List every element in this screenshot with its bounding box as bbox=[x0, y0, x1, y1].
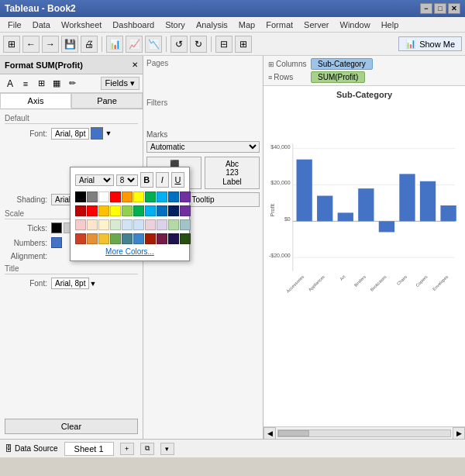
svg-text:Binders: Binders bbox=[353, 274, 367, 288]
popup-size-select[interactable]: 8 bbox=[116, 174, 138, 186]
menu-map[interactable]: Map bbox=[234, 19, 260, 31]
color-amber[interactable] bbox=[98, 205, 109, 216]
maximize-button[interactable]: □ bbox=[434, 3, 446, 14]
scroll-thumb[interactable] bbox=[278, 430, 309, 436]
filters-label: Filters bbox=[146, 98, 260, 107]
fields-button[interactable]: Fields ▾ bbox=[101, 77, 140, 90]
toolbar-group-btn[interactable]: ⊞ bbox=[235, 36, 252, 53]
show-me-button[interactable]: 📊 Show Me bbox=[398, 36, 462, 51]
color-yellow2[interactable] bbox=[110, 205, 121, 216]
color-pink-light[interactable] bbox=[75, 219, 86, 230]
bold-button[interactable]: B bbox=[140, 172, 143, 188]
toolbar-chart-btn[interactable]: 📊 bbox=[106, 36, 123, 53]
marks-label-btn[interactable]: Abc123 Label bbox=[205, 157, 260, 189]
color-cobalt[interactable] bbox=[133, 233, 143, 244]
menu-format[interactable]: Format bbox=[261, 19, 298, 31]
toolbar-refresh2-btn[interactable]: ↻ bbox=[190, 36, 207, 53]
color-white[interactable] bbox=[98, 191, 109, 202]
color-gold[interactable] bbox=[98, 233, 109, 244]
color-lime[interactable] bbox=[122, 205, 133, 216]
scroll-track[interactable] bbox=[277, 429, 451, 437]
more-colors-link[interactable]: More Colors... bbox=[75, 247, 143, 256]
bar-bookcases[interactable] bbox=[379, 221, 394, 232]
font-color-box[interactable] bbox=[91, 127, 103, 140]
bar-envelopes[interactable] bbox=[440, 205, 456, 221]
bar-appliances[interactable] bbox=[317, 196, 332, 222]
fmt-border-btn[interactable]: ⊞ bbox=[34, 77, 48, 91]
color-burnt[interactable] bbox=[87, 233, 98, 244]
color-teal[interactable] bbox=[122, 233, 133, 244]
menu-worksheet[interactable]: Worksheet bbox=[57, 19, 106, 31]
color-green2[interactable] bbox=[133, 205, 143, 216]
toolbar-print-btn[interactable]: 🖨 bbox=[81, 36, 98, 53]
toolbar-new-btn[interactable]: ⊞ bbox=[3, 36, 20, 53]
toolbar-save-btn[interactable]: 💾 bbox=[61, 36, 78, 53]
menu-help[interactable]: Help bbox=[377, 19, 404, 31]
close-button[interactable]: ✕ bbox=[448, 3, 460, 14]
chart-area: ⊞ Columns Sub-Category ≡ Rows SUM(Profit… bbox=[264, 56, 465, 439]
rows-row: ≡ Rows SUM(Profit) bbox=[268, 71, 460, 83]
menu-story[interactable]: Story bbox=[160, 19, 190, 31]
color-yellow1[interactable] bbox=[133, 191, 143, 202]
color-ice[interactable] bbox=[133, 219, 143, 230]
font-drop-arrow[interactable]: ▼ bbox=[105, 129, 112, 137]
color-red2[interactable] bbox=[87, 205, 98, 216]
menu-window[interactable]: Window bbox=[336, 19, 375, 31]
popup-font-row: Arial 8 B I U bbox=[75, 172, 143, 188]
fmt-font-btn[interactable]: A bbox=[3, 77, 17, 91]
scroll-left-btn[interactable]: ◀ bbox=[264, 427, 276, 440]
minimize-button[interactable]: − bbox=[420, 3, 432, 14]
tab-axis[interactable]: Axis bbox=[0, 93, 71, 109]
title-font-arrow[interactable]: ▼ bbox=[89, 280, 96, 288]
format-panel-close[interactable]: ✕ bbox=[132, 60, 138, 69]
color-cream[interactable] bbox=[98, 219, 109, 230]
toolbar-chart2-btn[interactable]: 📈 bbox=[126, 36, 143, 53]
bar-binders[interactable] bbox=[358, 188, 374, 221]
title-bar: Tableau - Book2 − □ ✕ bbox=[0, 0, 465, 17]
scroll-right-btn[interactable]: ▶ bbox=[453, 427, 465, 440]
menu-file[interactable]: File bbox=[3, 19, 26, 31]
color-peach[interactable] bbox=[87, 219, 98, 230]
toolbar-back-btn[interactable]: ← bbox=[22, 36, 40, 53]
menu-server[interactable]: Server bbox=[299, 19, 333, 31]
toolbar-forward-btn[interactable]: → bbox=[42, 36, 59, 53]
color-darkred[interactable] bbox=[75, 205, 86, 216]
fmt-edit-btn[interactable]: ✏ bbox=[65, 77, 79, 91]
color-gray[interactable] bbox=[87, 191, 98, 202]
bar-accessories[interactable] bbox=[297, 160, 312, 222]
color-grid-4 bbox=[75, 233, 143, 244]
clear-button[interactable]: Clear bbox=[5, 419, 138, 434]
fmt-align-btn[interactable]: ≡ bbox=[19, 77, 33, 91]
color-mint[interactable] bbox=[110, 219, 121, 230]
toolbar-chart3-btn[interactable]: 📉 bbox=[145, 36, 162, 53]
color-brick[interactable] bbox=[75, 233, 86, 244]
data-source-tab[interactable]: 🗄 Data Source bbox=[5, 444, 58, 453]
tab-pane[interactable]: Pane bbox=[71, 93, 143, 109]
color-forest[interactable] bbox=[110, 233, 121, 244]
new-sheet-btn[interactable]: + bbox=[120, 443, 134, 455]
color-pale-blue[interactable] bbox=[122, 219, 133, 230]
duplicate-sheet-btn[interactable]: ⧉ bbox=[140, 443, 154, 455]
sum-profit-pill[interactable]: SUM(Profit) bbox=[311, 71, 365, 83]
popup-font-select[interactable]: Arial bbox=[75, 174, 114, 186]
bar-copiers[interactable] bbox=[420, 181, 436, 222]
color-red1[interactable] bbox=[110, 191, 121, 202]
title-section-label: Title bbox=[5, 264, 138, 274]
sheet1-tab[interactable]: Sheet 1 bbox=[64, 442, 114, 456]
fmt-shading-btn[interactable]: ▦ bbox=[50, 77, 64, 91]
toolbar-refresh-btn[interactable]: ↺ bbox=[170, 36, 188, 53]
title-font-label: Font: bbox=[5, 279, 51, 288]
bar-chairs[interactable] bbox=[399, 174, 415, 221]
menu-dashboard[interactable]: Dashboard bbox=[108, 19, 159, 31]
color-orange1[interactable] bbox=[122, 191, 133, 202]
sheet-list-btn[interactable]: ▾ bbox=[160, 443, 174, 455]
marks-type-select[interactable]: Automatic bbox=[146, 141, 260, 153]
menu-data[interactable]: Data bbox=[28, 19, 55, 31]
menu-analysis[interactable]: Analysis bbox=[191, 19, 232, 31]
numbers-color[interactable] bbox=[51, 237, 62, 248]
toolbar-filter-btn[interactable]: ⊟ bbox=[215, 36, 232, 53]
ticks-color[interactable] bbox=[51, 222, 62, 233]
bar-art[interactable] bbox=[338, 212, 353, 221]
color-black[interactable] bbox=[75, 191, 86, 202]
sub-category-pill[interactable]: Sub-Category bbox=[311, 58, 373, 70]
